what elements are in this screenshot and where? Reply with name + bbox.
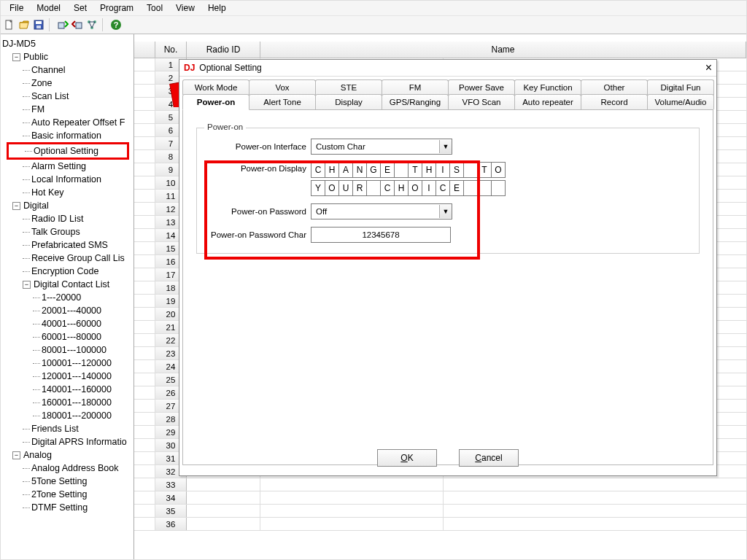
tree-radio-id-list[interactable]: Radio ID List	[2, 212, 132, 225]
tree-contact-range[interactable]: 100001---120000	[2, 357, 132, 370]
tree-auto-repeater-offset[interactable]: Auto Repeater Offset F	[2, 116, 132, 129]
tab-gps-ranging[interactable]: GPS/Ranging	[382, 94, 449, 109]
tree-alarm-setting[interactable]: Alarm Setting	[2, 160, 132, 173]
menu-help[interactable]: Help	[202, 1, 232, 15]
char-cell[interactable]: G	[366, 162, 380, 178]
tab-alert-tone[interactable]: Alert Tone	[249, 94, 316, 109]
menu-view[interactable]: View	[170, 1, 201, 15]
tab-ste[interactable]: STE	[315, 79, 382, 95]
table-row[interactable]: 34	[134, 491, 746, 505]
tree-root[interactable]: DJ-MD5	[2, 37, 132, 50]
combo-interface[interactable]: Custom Char ▼	[311, 139, 452, 155]
table-row[interactable]: 35	[134, 505, 746, 518]
tree-hotkey[interactable]: Hot Key	[2, 186, 132, 199]
tab-digital-fun[interactable]: Digital Fun	[647, 79, 714, 95]
tree-contact-range[interactable]: 80001---100000	[2, 343, 132, 357]
tree-talk-groups[interactable]: Talk Groups	[2, 225, 132, 238]
char-cell[interactable]: H	[394, 180, 408, 196]
open-file-icon[interactable]	[18, 19, 30, 31]
char-cell[interactable]: H	[422, 162, 436, 178]
tree-contact-range[interactable]: 20001---40000	[2, 304, 132, 317]
char-cell[interactable]: E	[449, 180, 463, 196]
cancel-button[interactable]: Cancel	[459, 449, 519, 467]
tab-power-save[interactable]: Power Save	[448, 79, 515, 95]
tree-digital-aprs[interactable]: Digital APRS Informatio	[2, 435, 132, 448]
tree-local-information[interactable]: Local Information	[2, 173, 132, 186]
char-cell[interactable]: C	[311, 162, 325, 178]
char-cell[interactable]: T	[477, 162, 491, 178]
char-cell[interactable]: C	[436, 180, 449, 196]
tree-analog[interactable]: −Analog	[2, 448, 132, 462]
tree-encryption-code[interactable]: Encryption Code	[2, 265, 132, 278]
help-icon[interactable]: ?	[110, 19, 122, 31]
write-to-radio-icon[interactable]	[71, 19, 83, 31]
tree-analog-address-book[interactable]: Analog Address Book	[2, 462, 132, 475]
char-cell[interactable]: O	[491, 162, 506, 178]
char-cell[interactable]: H	[325, 162, 338, 178]
cell-name[interactable]	[260, 491, 444, 504]
tab-key-function[interactable]: Key Function	[514, 79, 581, 95]
char-cell[interactable]	[394, 162, 408, 178]
char-cell[interactable]: C	[380, 180, 394, 196]
tree-fm[interactable]: FM	[2, 103, 132, 116]
cell-radio-id[interactable]	[187, 491, 260, 504]
tab-vox[interactable]: Vox	[249, 79, 316, 95]
tree-channel[interactable]: Channel	[2, 63, 132, 77]
table-row[interactable]: 36	[134, 518, 746, 531]
ok-button[interactable]: OK	[377, 449, 437, 467]
tree-contact-range[interactable]: 180001---200000	[2, 409, 132, 422]
char-cell[interactable]: R	[352, 180, 366, 196]
col-no[interactable]: No.	[155, 42, 187, 58]
tree-basic-information[interactable]: Basic information	[2, 129, 132, 142]
char-cell[interactable]: I	[436, 162, 449, 178]
cell-radio-id[interactable]	[187, 478, 260, 491]
save-icon[interactable]	[33, 19, 44, 31]
cell-name[interactable]	[260, 518, 444, 530]
char-cell[interactable]: E	[380, 162, 394, 178]
char-cell[interactable]	[491, 180, 506, 196]
tree-contact-range[interactable]: 60001---80000	[2, 330, 132, 343]
cell-name[interactable]	[260, 478, 444, 491]
tree-scanlist[interactable]: Scan List	[2, 90, 132, 103]
chevron-down-icon[interactable]: ▼	[439, 140, 452, 153]
tab-work-mode[interactable]: Work Mode	[182, 79, 249, 95]
tree-friends-list[interactable]: Friends List	[2, 422, 132, 435]
char-cell[interactable]: O	[325, 180, 338, 196]
combo-password[interactable]: Off ▼	[311, 203, 452, 219]
col-name[interactable]: Name	[260, 42, 746, 58]
cell-radio-id[interactable]	[187, 518, 260, 530]
tree-contact-range[interactable]: 40001---60000	[2, 317, 132, 330]
tree-2tone[interactable]: 2Tone Setting	[2, 488, 132, 501]
tree-contact-range[interactable]: 1---20000	[2, 291, 132, 304]
tree-5tone[interactable]: 5Tone Setting	[2, 475, 132, 488]
char-cell[interactable]: I	[422, 180, 436, 196]
new-file-icon[interactable]	[4, 19, 15, 31]
close-icon[interactable]: ×	[705, 62, 712, 74]
tree-receive-group-call[interactable]: Receive Group Call Lis	[2, 252, 132, 265]
input-password-char[interactable]: 12345678	[311, 227, 451, 243]
tree-public[interactable]: −Public	[2, 50, 132, 63]
tree-dtmf[interactable]: DTMF Setting	[2, 501, 132, 514]
tree-zone[interactable]: Zone	[2, 77, 132, 90]
tree-contact-range[interactable]: 160001---180000	[2, 396, 132, 409]
tab-volume-audio[interactable]: Volume/Audio	[647, 94, 714, 109]
cell-radio-id[interactable]	[187, 505, 260, 517]
char-cell[interactable]: A	[338, 162, 352, 178]
menu-tool[interactable]: Tool	[141, 1, 169, 15]
tab-auto-repeater[interactable]: Auto repeater	[514, 94, 581, 109]
chevron-down-icon[interactable]: ▼	[439, 205, 452, 218]
char-cell[interactable]: Y	[311, 180, 325, 196]
tab-power-on[interactable]: Power-on	[182, 94, 249, 110]
tree-contact-range[interactable]: 120001---140000	[2, 370, 132, 383]
menu-set[interactable]: Set	[68, 1, 93, 15]
char-cell[interactable]: O	[408, 180, 422, 196]
tree-contact-range[interactable]: 140001---160000	[2, 383, 132, 396]
network-icon[interactable]	[86, 19, 98, 31]
tab-vfo-scan[interactable]: VFO Scan	[448, 94, 515, 109]
char-cell[interactable]	[463, 162, 477, 178]
char-cell[interactable]	[463, 180, 477, 196]
tree-digital-contact-list[interactable]: −Digital Contact List	[2, 278, 132, 291]
char-cell[interactable]: N	[352, 162, 366, 178]
tab-display[interactable]: Display	[315, 94, 382, 109]
tree-digital[interactable]: −Digital	[2, 199, 132, 212]
